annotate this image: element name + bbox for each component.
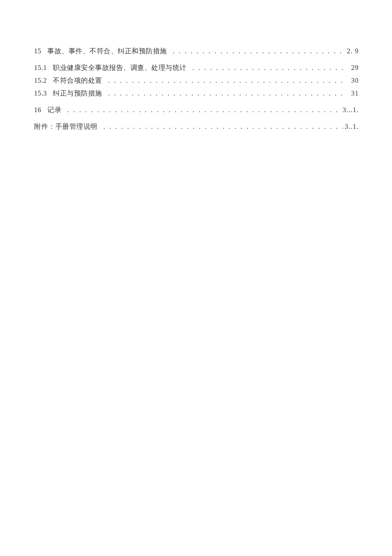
toc-page-number: 3..1. <box>345 123 359 130</box>
toc-leader-dots: . . . . . . . . . . . . . . . . . . . . … <box>67 106 341 114</box>
toc-entry-16: 16 记录 . . . . . . . . . . . . . . . . . … <box>34 106 359 115</box>
toc-entry-15-3: 15.3 纠正与预防措施 . . . . . . . . . . . . . .… <box>34 89 359 98</box>
toc-entry-15-2: 15.2 不符合项的处置 . . . . . . . . . . . . . .… <box>34 76 359 85</box>
toc-number: 15.3 <box>34 90 47 97</box>
toc-number: 15.2 <box>34 77 47 84</box>
toc-title: 职业健康安全事故报告、调查、处理与统计 <box>53 64 187 72</box>
toc-entry-appendix: 附件：手册管理说明 . . . . . . . . . . . . . . . … <box>34 122 359 131</box>
toc-page-number: 2. 9 <box>347 47 359 55</box>
toc-entry-15: 15 事故、事件、不符合、纠正和预防措施 . . . . . . . . . .… <box>34 47 359 56</box>
toc-title: 附件：手册管理说明 <box>34 122 98 131</box>
toc-title: 记录 <box>47 106 61 115</box>
toc-title: 事故、事件、不符合、纠正和预防措施 <box>47 47 167 56</box>
toc-page-number: 3...1. <box>343 106 359 114</box>
toc-leader-dots: . . . . . . . . . . . . . . . . . . . . … <box>104 123 343 130</box>
toc-page-number: 30 <box>351 77 359 84</box>
toc-number: 15.1 <box>34 64 47 72</box>
toc-page-number: 29 <box>351 64 359 72</box>
toc-title: 不符合项的处置 <box>53 76 102 85</box>
toc-entry-15-1: 15.1 职业健康安全事故报告、调查、处理与统计 . . . . . . . .… <box>34 64 359 72</box>
toc-leader-dots: . . . . . . . . . . . . . . . . . . . . … <box>108 90 346 97</box>
toc-number: 15 <box>34 47 41 55</box>
toc-leader-dots: . . . . . . . . . . . . . . . . . . . . … <box>173 47 346 55</box>
toc-leader-dots: . . . . . . . . . . . . . . . . . . . . … <box>108 77 346 84</box>
toc-leader-dots: . . . . . . . . . . . . . . . . . . . . … <box>193 64 346 72</box>
toc-number: 16 <box>34 106 41 114</box>
table-of-contents: 15 事故、事件、不符合、纠正和预防措施 . . . . . . . . . .… <box>34 47 359 131</box>
toc-title: 纠正与预防措施 <box>53 89 102 98</box>
toc-page-number: 31 <box>351 90 359 97</box>
